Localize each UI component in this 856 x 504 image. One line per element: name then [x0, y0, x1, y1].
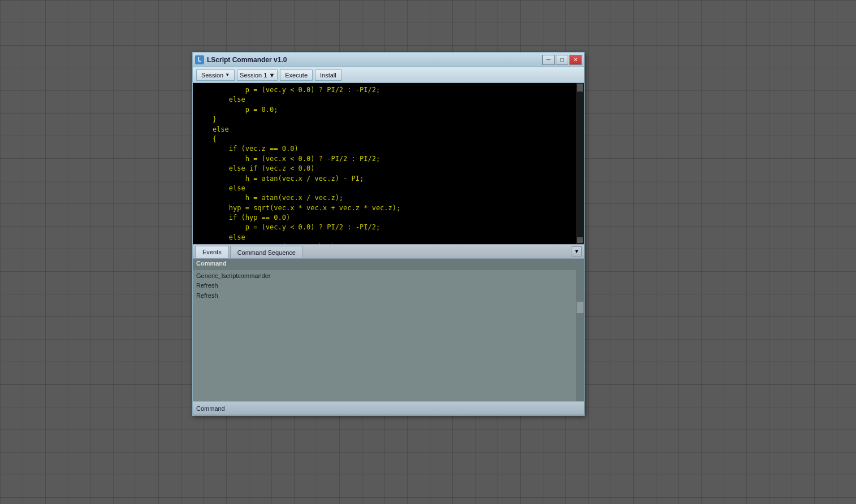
events-header: Command	[193, 259, 584, 270]
command-bar: Command	[193, 401, 584, 415]
tab-scroll-arrow[interactable]: ▼	[572, 246, 582, 257]
minimize-button[interactable]: ─	[542, 55, 555, 65]
main-window: L LScript Commander v1.0 ─ □ ✕ Session ▼…	[192, 52, 585, 416]
events-scrollbar-v[interactable]	[576, 259, 584, 401]
tabs-bar: Events Command Sequence ▼	[193, 244, 584, 259]
session-dropdown[interactable]: Session 1 ▼	[237, 69, 278, 81]
events-scrollbar-thumb	[577, 302, 583, 313]
events-panel: Command Generic_lscriptcommander Refresh…	[193, 259, 584, 401]
code-editor[interactable]: p = (vec.y < 0.0) ? PI/2 : -PI/2; else p…	[193, 83, 584, 244]
app-icon: L	[195, 55, 204, 64]
session-menu-arrow: ▼	[225, 72, 230, 77]
titlebar: L LScript Commander v1.0 ─ □ ✕	[193, 53, 584, 67]
list-item: Generic_lscriptcommander	[196, 271, 581, 281]
window-title: LScript Commander v1.0	[207, 56, 287, 64]
session-menu-button[interactable]: Session ▼	[196, 69, 235, 81]
toolbar: Session ▼ Session 1 ▼ Execute Install	[193, 67, 584, 83]
tab-events[interactable]: Events	[195, 246, 229, 258]
tab-command-sequence[interactable]: Command Sequence	[230, 246, 303, 258]
session-dropdown-arrow: ▼	[269, 72, 275, 79]
list-item: Refresh	[196, 291, 581, 301]
titlebar-left: L LScript Commander v1.0	[195, 55, 287, 64]
code-scrollbar-bottom	[577, 237, 583, 243]
code-content: p = (vec.y < 0.0) ? PI/2 : -PI/2; else p…	[196, 85, 581, 244]
code-scrollbar-v[interactable]	[576, 83, 584, 244]
close-button[interactable]: ✕	[569, 55, 582, 65]
install-button[interactable]: Install	[315, 69, 341, 81]
code-scrollbar-thumb	[577, 84, 583, 92]
maximize-button[interactable]: □	[556, 55, 568, 65]
titlebar-buttons: ─ □ ✕	[542, 55, 582, 65]
command-label: Command	[196, 405, 225, 412]
list-item: Refresh	[196, 281, 581, 290]
execute-button[interactable]: Execute	[280, 69, 313, 81]
events-list: Generic_lscriptcommander Refresh Refresh	[193, 270, 584, 302]
